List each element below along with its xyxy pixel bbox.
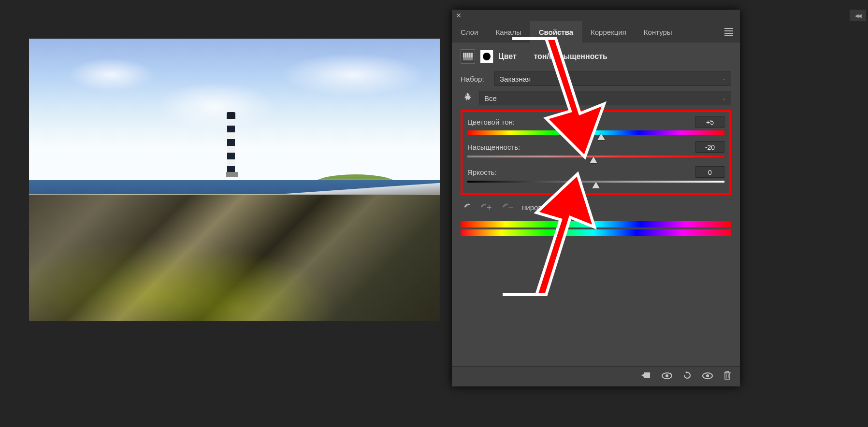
document-canvas[interactable] [29,39,440,321]
svg-rect-11 [725,373,730,379]
lightness-slider-thumb[interactable] [592,182,600,188]
svg-point-8 [665,374,668,377]
eyedropper-add-icon[interactable]: + [477,201,493,214]
tab-layers[interactable]: Слои [452,21,487,43]
layer-mask-icon[interactable] [480,50,493,63]
properties-panel: ✕ Слои Каналы Свойства Коррекция Контуры… [452,10,740,386]
preset-dropdown[interactable]: Заказная ⌄ [494,71,731,86]
color-range-dropdown[interactable]: Все ⌄ [479,91,731,105]
svg-point-10 [706,374,709,377]
svg-rect-13 [726,371,729,373]
hue-label: Цветовой тон: [467,118,515,126]
visibility-icon[interactable] [702,372,713,382]
chevron-down-icon: ⌄ [722,77,726,81]
collapse-icon[interactable]: ◀◀ [850,10,866,21]
hue-value-input[interactable]: +5 [695,116,724,128]
lightness-value-input[interactable]: 0 [695,166,724,178]
saturation-label: Насыщенность: [467,143,520,151]
eyedropper-icon[interactable] [461,201,471,214]
svg-rect-1 [463,57,473,60]
highlighted-sliders-region: Цветовой тон: +5 Насыщенность: -20 [461,110,731,195]
trash-icon[interactable] [723,371,731,382]
svg-rect-6 [644,372,650,378]
image-preview [29,39,440,321]
color-spectrum-bottom [461,229,731,236]
color-spectrum-top [461,221,731,228]
lightness-slider[interactable] [467,181,724,185]
adjustment-title: Цвет xxx тон/Насыщенность [498,52,608,61]
tab-adjustments[interactable]: Коррекция [582,21,635,43]
reset-icon[interactable] [683,371,692,382]
view-previous-state-icon[interactable] [662,372,672,382]
close-icon[interactable]: ✕ [456,12,462,19]
panel-menu-icon[interactable] [718,21,740,43]
hue-slider-thumb[interactable] [597,133,605,140]
clip-to-layer-icon[interactable] [641,371,651,382]
panel-footer [452,366,740,386]
saturation-slider-thumb[interactable] [590,157,597,163]
saturation-value-input[interactable]: -20 [695,141,724,153]
targeted-adjustment-icon[interactable] [461,92,474,105]
adjustment-type-icon [461,49,475,64]
lightness-label: Яркость: [467,168,497,176]
hue-slider[interactable] [467,130,724,135]
eyedropper-subtract-icon[interactable]: − [499,201,515,214]
tab-paths[interactable]: Контуры [635,21,681,43]
saturation-slider[interactable] [467,156,724,160]
colorize-label: нирование [522,203,558,212]
tab-channels[interactable]: Каналы [487,21,530,43]
chevron-down-icon: ⌄ [722,97,726,100]
tab-properties[interactable]: Свойства [530,21,582,43]
preset-label: Набор: [461,75,490,83]
panel-tabs: Слои Каналы Свойства Коррекция Контуры [452,21,740,43]
